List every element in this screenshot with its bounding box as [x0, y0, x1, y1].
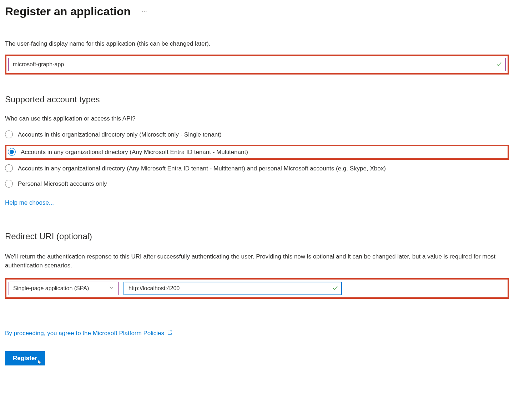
platform-selected-label: Single-page application (SPA)	[13, 285, 89, 292]
radio-option-personal-only[interactable]: Personal Microsoft accounts only	[5, 179, 509, 189]
platform-dropdown[interactable]: Single-page application (SPA)	[9, 282, 119, 295]
help-me-choose-link[interactable]: Help me choose...	[5, 199, 54, 206]
radio-label: Accounts in this organizational director…	[18, 130, 222, 139]
divider	[5, 319, 509, 319]
chevron-down-icon	[109, 285, 114, 292]
register-button[interactable]: Register	[5, 351, 45, 365]
register-label: Register	[13, 355, 37, 362]
account-types-question: Who can use this application or access t…	[5, 115, 509, 122]
cursor-icon	[37, 359, 42, 367]
check-icon	[496, 61, 502, 68]
radio-label: Accounts in any organizational directory…	[18, 164, 386, 173]
radio-circle	[5, 130, 13, 138]
radio-label: Personal Microsoft accounts only	[18, 179, 107, 189]
policy-row: By proceeding, you agree to the Microsof…	[5, 330, 509, 337]
account-types-section: Supported account types Who can use this…	[5, 94, 509, 231]
radio-list: Accounts in this organizational director…	[5, 129, 509, 189]
radio-circle	[5, 164, 13, 172]
radio-option-single-tenant[interactable]: Accounts in this organizational director…	[5, 129, 509, 140]
name-section: The user-facing display name for this ap…	[5, 40, 509, 75]
redirect-highlight-box: Single-page application (SPA)	[5, 278, 509, 299]
external-link-icon	[167, 330, 173, 337]
redirect-uri-input[interactable]	[124, 282, 342, 295]
redirect-uri-section: Redirect URI (optional) We'll return the…	[5, 231, 509, 299]
radio-option-multitenant-personal[interactable]: Accounts in any organizational directory…	[5, 163, 509, 174]
more-icon[interactable]: ⋯	[141, 8, 148, 15]
redirect-heading: Redirect URI (optional)	[5, 231, 509, 241]
radio-circle	[5, 180, 13, 188]
redirect-description: We'll return the authentication response…	[5, 252, 509, 270]
name-highlight-box	[5, 55, 509, 75]
radio-circle	[8, 148, 16, 156]
page-title: Register an application	[5, 5, 131, 18]
radio-option-multitenant[interactable]: Accounts in any organizational directory…	[5, 145, 509, 160]
name-description: The user-facing display name for this ap…	[5, 40, 509, 48]
check-icon	[332, 285, 338, 292]
radio-label: Accounts in any organizational directory…	[21, 148, 248, 157]
policy-link[interactable]: By proceeding, you agree to the Microsof…	[5, 330, 164, 337]
app-name-input[interactable]	[8, 58, 506, 71]
account-types-heading: Supported account types	[5, 94, 509, 104]
